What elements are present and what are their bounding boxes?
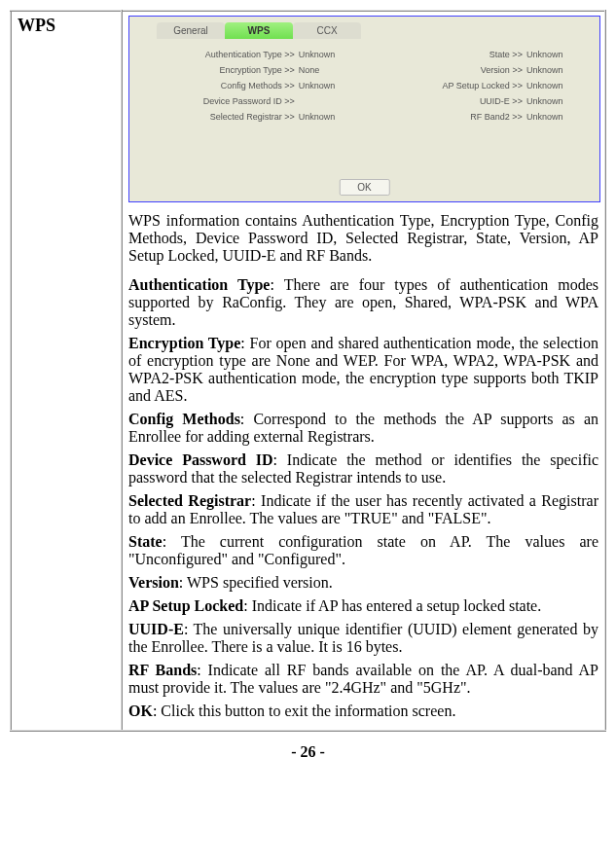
device-pwd-label: Device Password ID >> [139, 96, 295, 106]
definition-paragraph: Encryption Type: For open and shared aut… [128, 335, 598, 405]
definition-paragraph: Config Methods: Correspond to the method… [128, 411, 598, 446]
wps-screenshot: General WPS CCX Authentication Type >>Un… [128, 16, 600, 202]
ok-button[interactable]: OK [339, 179, 389, 196]
page-number: - 26 - [10, 743, 606, 761]
definition-term: Config Methods [128, 411, 240, 427]
tabs-row: General WPS CCX [129, 17, 599, 39]
state-val: Unknown [523, 50, 590, 59]
config-methods-label: Config Methods >> [139, 81, 295, 90]
uuide-val: Unknown [523, 96, 590, 106]
ap-locked-val: Unknown [523, 81, 590, 90]
version-val: Unknown [523, 65, 590, 75]
definition-term: UUID-E [128, 621, 184, 637]
definition-term: State [128, 533, 163, 550]
ap-locked-label: AP Setup Locked >> [396, 81, 523, 90]
definition-text: : WPS specified version. [179, 574, 333, 591]
definition-term: RF Bands [128, 662, 197, 678]
definition-term: Selected Registrar [128, 492, 251, 509]
info-col-left: Authentication Type >>Unknown Encryption… [129, 44, 386, 127]
definition-paragraph: Version: WPS specified version. [128, 574, 598, 592]
definition-term: Authentication Type [128, 276, 270, 293]
tab-ccx[interactable]: CCX [293, 22, 361, 39]
definition-term: Version [128, 574, 179, 591]
definition-paragraph: RF Bands: Indicate all RF bands availabl… [128, 662, 598, 697]
rfband-label: RF Band2 >> [396, 112, 523, 122]
definition-paragraph: Authentication Type: There are four type… [128, 276, 598, 329]
row-label: WPS [18, 16, 55, 35]
sel-registrar-label: Selected Registrar >> [139, 112, 295, 122]
version-label: Version >> [396, 65, 523, 75]
sel-registrar-val: Unknown [295, 112, 377, 122]
row-label-cell: WPS [11, 11, 122, 731]
definition-paragraph: UUID-E: The universally unique identifie… [128, 621, 598, 656]
config-methods-val: Unknown [295, 81, 377, 90]
doc-table: WPS General WPS CCX Authentication Type … [10, 10, 606, 732]
definition-term: Device Password ID [128, 451, 273, 468]
definition-paragraph: AP Setup Locked: Indicate if AP has ente… [128, 597, 598, 615]
definitions: Authentication Type: There are four type… [128, 276, 598, 720]
definition-term: OK [128, 703, 153, 719]
tab-wps[interactable]: WPS [225, 22, 293, 39]
tab-general[interactable]: General [157, 22, 225, 39]
definition-paragraph: Device Password ID: Indicate the method … [128, 451, 598, 487]
definition-paragraph: State: The current configuration state o… [128, 533, 598, 568]
definition-text: : The universally unique identifier (UUI… [128, 621, 598, 655]
enc-type-val: None [295, 65, 377, 75]
row-content-cell: General WPS CCX Authentication Type >>Un… [122, 11, 605, 731]
definition-text: : Indicate all RF bands available on the… [128, 662, 598, 696]
info-col-right: State >>Unknown Version >>Unknown AP Set… [386, 44, 599, 127]
definition-text: : Click this button to exit the informat… [153, 703, 456, 719]
rfband-val: Unknown [523, 112, 590, 122]
enc-type-label: Encryption Type >> [139, 65, 295, 75]
definition-paragraph: OK: Click this button to exit the inform… [128, 703, 598, 720]
intro-paragraph: WPS information contains Authentication … [128, 212, 598, 265]
auth-type-label: Authentication Type >> [139, 50, 295, 59]
definition-term: AP Setup Locked [128, 597, 243, 614]
device-pwd-val [295, 96, 377, 106]
state-label: State >> [396, 50, 523, 59]
definition-paragraph: Selected Registrar: Indicate if the user… [128, 492, 598, 527]
uuide-label: UUID-E >> [396, 96, 523, 106]
info-area: Authentication Type >>Unknown Encryption… [129, 44, 599, 127]
auth-type-val: Unknown [295, 50, 377, 59]
definition-term: Encryption Type [128, 335, 240, 351]
definition-text: : Indicate if AP has entered a setup loc… [243, 597, 541, 614]
definition-text: : The current configuration state on AP.… [128, 533, 598, 567]
